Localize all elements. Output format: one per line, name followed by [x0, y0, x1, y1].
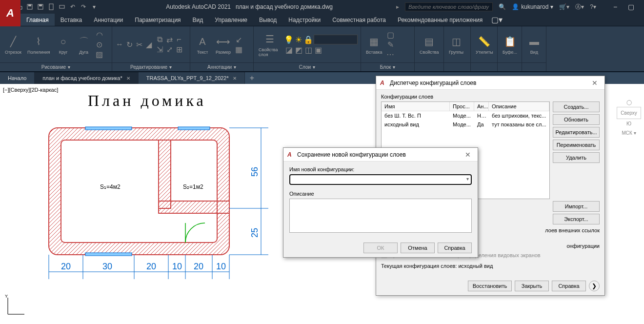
- expand-button[interactable]: ❯: [589, 281, 600, 291]
- annot-table-icon[interactable]: ▦: [235, 45, 243, 54]
- tool-props[interactable]: ▤Свойства: [418, 33, 441, 56]
- navcube-compass-icon[interactable]: ◯: [617, 98, 641, 107]
- qat-plot-icon[interactable]: [58, 2, 66, 11]
- close-icon[interactable]: ✕: [233, 76, 237, 81]
- tool-arc[interactable]: ⌒Дуга: [75, 33, 93, 56]
- draw-more-1-icon[interactable]: ◠: [95, 30, 104, 39]
- user-menu[interactable]: 👤 kukunarod ▾: [512, 3, 553, 10]
- navcube-top[interactable]: Сверху: [617, 107, 641, 119]
- filetab-add[interactable]: +: [245, 72, 259, 84]
- layer-t2-icon[interactable]: ◩: [294, 45, 303, 54]
- tab-insert[interactable]: Вставка: [55, 14, 88, 26]
- layer-off-icon[interactable]: 💡: [284, 35, 293, 44]
- viewport-label[interactable]: [−][Сверху][2D-каркас]: [3, 87, 58, 93]
- navcube-wcs[interactable]: МСК ▾: [617, 128, 641, 138]
- tool-text[interactable]: AТекст: [193, 33, 212, 56]
- tool-circle[interactable]: ○Круг: [54, 33, 73, 56]
- panel-annot-label[interactable]: Аннотации: [207, 64, 232, 70]
- app-icon[interactable]: Ⓐ▾: [575, 3, 584, 11]
- block-create-icon[interactable]: ▢: [386, 30, 395, 39]
- layer-t3-icon[interactable]: ◫: [304, 45, 313, 54]
- create-button[interactable]: Создать...: [553, 101, 600, 112]
- qat-undo-icon[interactable]: ↶: [68, 2, 77, 11]
- mod-copy-icon[interactable]: ⧉: [155, 35, 164, 44]
- mod-trim-icon[interactable]: ✂: [135, 40, 143, 49]
- tab-featured[interactable]: Рекомендованные приложения: [392, 14, 488, 26]
- tab-view[interactable]: Вид: [187, 14, 209, 26]
- export-button[interactable]: Экспорт...: [553, 214, 600, 224]
- qat-saveas-icon[interactable]: [36, 2, 45, 11]
- close-icon[interactable]: ✕: [126, 76, 130, 81]
- table-row[interactable]: исходный видМоде...Датут показаны все сл…: [382, 120, 549, 129]
- tool-dimension[interactable]: ⟷Размер: [214, 33, 233, 56]
- cancel-button[interactable]: Отмена: [401, 243, 435, 253]
- tool-polyline[interactable]: ⌇Полилиния: [25, 33, 52, 56]
- layer-lock-icon[interactable]: 🔒: [304, 35, 313, 44]
- filetab-trassa[interactable]: TRASSA_DLYa_PPT_9_12_2022*✕: [139, 72, 245, 84]
- col-desc[interactable]: Описание: [489, 102, 549, 111]
- nav-cube[interactable]: ◯ Сверху Ю МСК ▾: [617, 98, 641, 138]
- qat-web-icon[interactable]: [47, 2, 56, 11]
- qat-redo-icon[interactable]: ↷: [79, 2, 88, 11]
- search-icon[interactable]: 🔍: [499, 3, 506, 10]
- layer-freeze-icon[interactable]: ☀: [294, 35, 303, 44]
- mod-more1-icon[interactable]: ◢: [144, 40, 153, 49]
- tab-collab[interactable]: Совместная работа: [326, 14, 392, 26]
- layer-t4-icon[interactable]: ▣: [314, 45, 322, 54]
- layer-combo[interactable]: [314, 35, 358, 44]
- help-icon[interactable]: ?▾: [590, 3, 596, 10]
- panel-modify-label[interactable]: Редактирование: [130, 64, 167, 70]
- tab-output[interactable]: Вывод: [253, 14, 282, 26]
- qat-dropdown-icon[interactable]: ▾: [90, 2, 99, 11]
- annot-leader-icon[interactable]: ↙: [235, 35, 243, 44]
- col-space[interactable]: Прос...: [450, 102, 474, 111]
- maximize-button[interactable]: ▢: [624, 1, 638, 13]
- tool-view[interactable]: ▬Вид: [525, 33, 543, 56]
- rename-button[interactable]: Переименовать: [553, 140, 600, 150]
- mod-move-icon[interactable]: ↔: [115, 40, 124, 49]
- mod-fillet-icon[interactable]: ⌐: [175, 35, 183, 44]
- layer-t1-icon[interactable]: ◪: [284, 45, 293, 54]
- cart-icon[interactable]: 🛒▾: [559, 3, 569, 10]
- tool-utils[interactable]: 📏Утилиты: [474, 33, 495, 56]
- mod-mirror-icon[interactable]: ⇄: [165, 35, 174, 44]
- help-button[interactable]: Справка: [552, 281, 586, 291]
- edit-button[interactable]: Редактировать...: [553, 127, 600, 138]
- delete-button[interactable]: Удалить: [553, 152, 600, 163]
- col-name[interactable]: Имя: [382, 102, 450, 111]
- tab-annotate[interactable]: Аннотации: [88, 14, 129, 26]
- tab-parametric[interactable]: Параметризация: [129, 14, 186, 26]
- mod-array-icon[interactable]: ⊞: [175, 45, 183, 54]
- block-attr-icon[interactable]: ⋯: [386, 50, 395, 59]
- panel-layers-label[interactable]: Слои: [299, 64, 311, 70]
- minimize-button[interactable]: −: [608, 1, 623, 13]
- lsm-close-button[interactable]: ✕: [589, 79, 601, 87]
- navcube-south-icon[interactable]: Ю: [617, 119, 641, 128]
- help-button[interactable]: Справка: [438, 243, 472, 253]
- tool-layer-props[interactable]: ☰Свойства слоя: [257, 31, 282, 58]
- search-input[interactable]: [405, 2, 493, 11]
- panel-draw-label[interactable]: Рисование: [41, 64, 66, 70]
- panel-block-label[interactable]: Блок: [380, 64, 391, 70]
- tool-line[interactable]: ╱Отрезок: [3, 33, 23, 56]
- restore-button[interactable]: Восстановить: [468, 281, 512, 291]
- import-button[interactable]: Импорт...: [553, 201, 600, 212]
- mod-stretch-icon[interactable]: ⇲: [155, 45, 164, 54]
- tab-home[interactable]: Главная: [20, 14, 55, 26]
- tool-groups[interactable]: ◫Группы: [447, 33, 465, 56]
- table-row[interactable]: без Ш. Т. Вс. ПМоде...Нетбез штриховки, …: [382, 111, 549, 120]
- mod-rotate-icon[interactable]: ↻: [125, 40, 134, 49]
- tool-clip[interactable]: 📋Буфе...: [501, 33, 519, 56]
- col-an[interactable]: Ан...: [474, 102, 489, 111]
- mod-scale-icon[interactable]: ⤢: [165, 45, 174, 54]
- filetab-start[interactable]: Начало: [0, 72, 35, 84]
- app-menu-button[interactable]: A: [0, 0, 20, 26]
- filetab-plan[interactable]: план и фасад учебного домика*✕: [35, 72, 138, 84]
- tab-addins[interactable]: Надстройки: [282, 14, 326, 26]
- update-button[interactable]: Обновить: [553, 114, 600, 125]
- block-edit-icon[interactable]: ✎: [386, 40, 395, 49]
- chevron-down-icon[interactable]: ▾: [466, 176, 469, 182]
- name-input[interactable]: [289, 174, 472, 185]
- tool-insert[interactable]: ▦Вставка: [364, 33, 384, 56]
- close-button[interactable]: Закрыть: [515, 281, 549, 291]
